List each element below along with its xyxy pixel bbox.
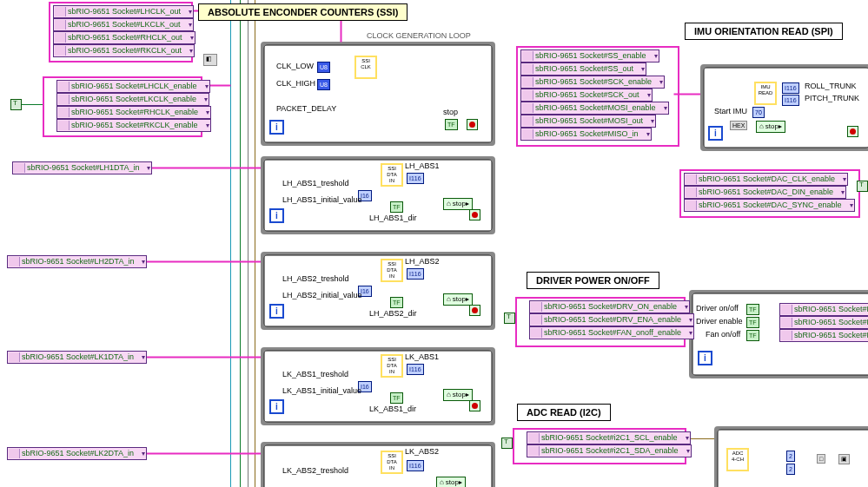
loop-stop-lh2[interactable] (469, 305, 480, 316)
adc-node-2: ▣ (838, 454, 850, 464)
case-selector[interactable]: ◧ (203, 54, 217, 66)
io-lkclk-enable[interactable]: sbRIO-9651 Socket#LKCLK_enable (56, 93, 209, 106)
label-drv-en: Driver enable (696, 317, 743, 326)
adc-two-b: 2 (786, 464, 795, 475)
u8-high: U8 (317, 79, 330, 90)
io-rkclk-enable[interactable]: sbRIO-9651 Socket#RKCLK_enable (56, 119, 211, 132)
lh1-tf: TF (390, 201, 403, 213)
section-title-driver: DRIVER POWER ON/OFF (527, 272, 659, 289)
ssi-dta-in-1[interactable]: SSI DTA IN (381, 163, 403, 187)
io-lh2dta-in[interactable]: sbRIO-9651 Socket#LH2DTA_in (7, 255, 147, 268)
loop-stop-clk[interactable] (467, 119, 478, 130)
drv-en-tf: TF (746, 317, 759, 328)
label-lh-abs2: LH_ABS2 (405, 257, 440, 266)
io-lhclk-enable[interactable]: sbRIO-9651 Socket#LHCLK_enable (56, 80, 210, 93)
io-dac-din[interactable]: sbRIO-9651 Socket#DAC_DIN_enable (684, 186, 846, 199)
drv-on-tf: TF (746, 304, 759, 315)
io-miso-in[interactable]: sbRIO-9651 Socket#MISO_in (520, 128, 652, 141)
stop-lk2[interactable]: stop▸ (436, 477, 466, 487)
adc-4ch-subvi: ADC 4-CH (726, 448, 749, 471)
ssi-dta-in-4[interactable]: SSI DTA IN (381, 451, 403, 474)
io-i2c-scl[interactable]: sbRIO-9651 Socket#i2C1_SCL_enable (527, 431, 691, 444)
pitch-i116: I116 (782, 95, 799, 106)
io-dac-clk[interactable]: sbRIO-9651 Socket#DAC_CLK_enable (684, 173, 848, 186)
stop-lh2[interactable]: stop▸ (443, 293, 473, 306)
loop-stop-lh1[interactable] (469, 209, 480, 220)
label-lh-abs1: LH_ABS1 (405, 161, 440, 170)
ssi-clk-subvi[interactable]: SSI CLK (354, 56, 377, 79)
adc-two-a: 2 (786, 451, 795, 462)
stop-lk1[interactable]: stop▸ (443, 389, 473, 401)
iter-lh2: i (269, 304, 284, 319)
lk2-i116: I116 (407, 460, 424, 471)
lh2-tf: TF (390, 297, 403, 308)
io-lk1dta-in[interactable]: sbRIO-9651 Socket#LK1DTA_in (7, 351, 147, 364)
io-rhclk-enable[interactable]: sbRIO-9651 Socket#RHCLK_enable (56, 106, 211, 119)
imu-read-subvi[interactable]: IMU READ (754, 82, 777, 105)
io-lk2dta-in[interactable]: sbRIO-9651 Socket#LK2DTA_in (7, 447, 147, 460)
lh1-i116: I116 (407, 173, 424, 184)
io-drv-r3[interactable]: sbRIO-9651 Socket#Fa (779, 329, 868, 342)
label-lk2-th: LK_ABS2_treshold (282, 466, 348, 475)
label-lk1-iv: LK_ABS1_initial_value (282, 386, 361, 395)
io-fan[interactable]: sbRIO-9651 Socket#FAN_onoff_enable (529, 326, 694, 339)
io-ss-enable[interactable]: sbRIO-9651 Socket#SS_enable (520, 49, 659, 63)
io-rkclk-out[interactable]: sbRIO-9651 Socket#RKCLK_out (53, 44, 195, 57)
bool-true-i2c (501, 438, 513, 449)
label-fan: Fan on/off (706, 330, 740, 339)
loop-stop-imu[interactable] (847, 126, 858, 137)
label-lh1-dir: LH_ABS1_dir (369, 214, 417, 222)
io-mosi-out[interactable]: sbRIO-9651 Socket#MOSI_out (520, 115, 656, 128)
io-rhclk-out[interactable]: sbRIO-9651 Socket#RHCLK_out (53, 31, 195, 44)
label-lh2-dir: LH_ABS2_dir (369, 309, 417, 318)
label-roll: ROLL_TRUNK (805, 82, 857, 90)
ssi-dta-in-3[interactable]: SSI DTA IN (381, 354, 403, 378)
section-title-adc: ADC READ (I2C) (517, 404, 611, 421)
adc-node-1: □ (817, 454, 825, 464)
io-lh1dta-in[interactable]: sbRIO-9651 Socket#LH1DTA_in (12, 161, 152, 174)
bool-true-1 (10, 99, 22, 110)
io-i2c-sda[interactable]: sbRIO-9651 Socket#i2C1_SDA_enable (527, 444, 692, 457)
io-sck-out[interactable]: sbRIO-9651 Socket#SCK_out (520, 89, 653, 102)
fan-tf: TF (746, 330, 759, 341)
clock-loop-label: CLOCK GENERATION LOOP (367, 31, 471, 40)
u8-low: U8 (317, 62, 330, 73)
label-pitch: PITCH_TRUNK (805, 94, 859, 102)
bool-true-dac (857, 181, 868, 192)
label-drv-on: Driver on/off (696, 304, 739, 313)
section-title-imu: IMU ORIENTATION READ (SPI) (685, 23, 843, 40)
label-lk-abs1: LK_ABS1 (405, 352, 439, 361)
iter-clk: i (269, 120, 284, 135)
io-sck-enable[interactable]: sbRIO-9651 Socket#SCK_enable (520, 76, 665, 89)
iter-lk1: i (269, 399, 284, 414)
clk-stop-tf: TF (445, 119, 458, 130)
lk1-tf: TF (390, 392, 403, 404)
stop-imu[interactable]: stop▸ (756, 121, 785, 133)
label-lk-abs2: LK_ABS2 (405, 447, 439, 456)
imu-hex: HEX (730, 121, 747, 130)
imu-70: 70 (752, 107, 765, 118)
label-packet-delay: PACKET_DELAY (276, 104, 336, 113)
io-lhclk-out[interactable]: sbRIO-9651 Socket#LHCLK_out (53, 5, 194, 18)
clock-generation-loop (261, 42, 495, 146)
label-lk1-th: LK_ABS1_treshold (282, 370, 348, 378)
io-drv-on[interactable]: sbRIO-9651 Socket#DRV_ON_enable (529, 300, 690, 313)
io-mosi-enable[interactable]: sbRIO-9651 Socket#MOSI_enable (520, 102, 669, 115)
label-clk-low: CLK_LOW (276, 62, 314, 70)
label-lk1-dir: LK_ABS1_dir (369, 405, 416, 413)
io-drv-r2[interactable]: sbRIO-9651 Socket#D (779, 316, 868, 329)
label-lh1-iv: LH_ABS1_initial_value (282, 195, 362, 204)
label-lh1-th: LH_ABS1_treshold (282, 179, 349, 188)
io-lkclk-out[interactable]: sbRIO-9651 Socket#LKCLK_out (53, 18, 194, 31)
lh2-i116: I116 (407, 268, 424, 280)
iter-drv: i (698, 351, 712, 365)
io-drv-ena[interactable]: sbRIO-9651 Socket#DRV_ENA_enable (529, 313, 694, 326)
io-drv-r1[interactable]: sbRIO-9651 Socket#D (779, 303, 868, 316)
io-ss-out[interactable]: sbRIO-9651 Socket#SS_out (520, 63, 646, 76)
loop-stop-lk1[interactable] (469, 400, 480, 411)
label-lh2-iv: LH_ABS2_initial_value (282, 291, 362, 299)
stop-lh1[interactable]: stop▸ (443, 198, 473, 210)
io-dac-sync[interactable]: sbRIO-9651 Socket#DAC_SYNC_enable (684, 199, 855, 212)
roll-i116: I116 (782, 82, 799, 94)
ssi-dta-in-2[interactable]: SSI DTA IN (381, 259, 403, 282)
